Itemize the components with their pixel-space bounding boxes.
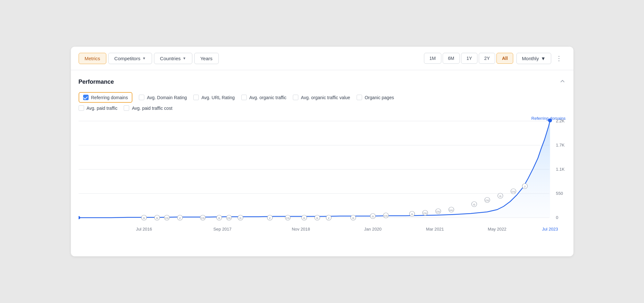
checkbox-label-avg-paid-traffic-cost: Avg. paid traffic cost <box>132 106 172 111</box>
marker-g4-label: G <box>239 217 241 220</box>
marker-52g-label: 52G <box>449 209 453 211</box>
y-label-11k: 1.1K <box>556 167 564 172</box>
checkbox-avg-organic-traffic[interactable]: Avg. organic traffic <box>241 95 286 100</box>
checkbox-box-avg-domain-rating <box>139 95 144 100</box>
checkbox-box-referring-domains <box>83 95 89 100</box>
checkbox-avg-paid-traffic[interactable]: Avg. paid traffic <box>79 105 118 111</box>
checkbox-organic-pages[interactable]: Organic pages <box>357 95 394 100</box>
x-label-jan2020: Jan 2020 <box>364 227 381 232</box>
chart-line <box>79 120 550 218</box>
dots-icon: ⋮ <box>556 55 562 62</box>
checkbox-avg-domain-rating[interactable]: Avg. Domain Rating <box>139 95 187 100</box>
checkbox-label-avg-url-rating: Avg. URL Rating <box>201 95 235 100</box>
marker-g5-label: G <box>303 217 305 220</box>
marker-cg3-label: CG <box>227 217 231 219</box>
chevron-up-icon <box>559 78 566 84</box>
checkbox-box-avg-organic-traffic-value <box>293 95 298 100</box>
more-options-button[interactable]: ⋮ <box>553 52 566 65</box>
marker-g6-label: G <box>316 217 318 220</box>
marker-2-4-label: 2 <box>524 185 525 188</box>
2y-filter[interactable]: 2Y <box>479 53 495 64</box>
years-tab[interactable]: Years <box>194 53 219 64</box>
checkbox-label-organic-pages: Organic pages <box>365 95 394 100</box>
metrics-label: Metrics <box>85 56 100 61</box>
y-label-0: 0 <box>556 215 558 220</box>
marker-cg1-label: CG <box>165 217 168 219</box>
checkbox-referring-domains[interactable]: Referring domains <box>79 92 132 103</box>
x-label-jul2023: Jul 2023 <box>542 227 558 232</box>
marker-cg8-label: CG <box>485 199 489 202</box>
metrics-tab[interactable]: Metrics <box>79 53 106 64</box>
collapse-button[interactable] <box>559 78 566 86</box>
marker-g3-label: G <box>218 217 220 220</box>
countries-chevron-icon: ▼ <box>183 56 186 60</box>
chart-datapoint <box>79 216 80 219</box>
6m-filter[interactable]: 6M <box>443 53 460 64</box>
checkbox-label-avg-organic-traffic-value: Avg. organic traffic value <box>301 95 350 100</box>
marker-2-1-label: 2 <box>179 217 181 220</box>
marker-2-2-label: 2 <box>269 217 271 220</box>
x-label-may2022: May 2022 <box>487 227 506 232</box>
section-title: Performance <box>79 79 114 85</box>
marker-cg4-label: CG <box>286 217 290 219</box>
checkbox-box-avg-organic-traffic <box>241 95 247 100</box>
checkboxes-row-1: Referring domains Avg. Domain Rating Avg… <box>79 92 566 103</box>
marker-g2-label: G <box>156 217 158 220</box>
y-label-17k: 1.7K <box>556 143 564 147</box>
years-label: Years <box>200 56 213 61</box>
chart-area-fill <box>79 120 550 218</box>
checkbox-box-avg-paid-traffic <box>79 105 84 111</box>
marker-cg2-label: CG <box>201 217 205 219</box>
chart-svg-wrapper: G G CG 2 CG G CG G <box>79 115 566 250</box>
monthly-button[interactable]: Monthly ▼ <box>516 53 551 64</box>
marker-g7-label: G <box>352 217 354 220</box>
checkbox-label-referring-domains: Referring domains <box>91 95 128 100</box>
nav-left: Metrics Competitors ▼ Countries ▼ Years <box>79 53 219 64</box>
chart-wrapper: Referring domains <box>79 115 566 256</box>
main-container: Metrics Competitors ▼ Countries ▼ Years … <box>71 47 573 256</box>
marker-cg6-label: CG <box>423 212 427 214</box>
checkbox-box-organic-pages <box>357 95 362 100</box>
checkbox-box-avg-url-rating <box>193 95 199 100</box>
marker-2-3-label: 2 <box>328 217 330 220</box>
nav-right: 1M 6M 1Y 2Y All Monthly ▼ ⋮ <box>424 52 565 65</box>
x-label-jul2016: Jul 2016 <box>136 227 152 232</box>
marker-cg7-label: CG <box>436 211 440 213</box>
performance-section: Performance Referring domains Avg. Domai… <box>71 70 573 256</box>
checkbox-label-avg-organic-traffic: Avg. organic traffic <box>249 95 286 100</box>
1y-filter[interactable]: 1Y <box>461 53 477 64</box>
chart-svg: G G CG 2 CG G CG G <box>79 115 566 237</box>
checkboxes-row-2: Avg. paid traffic Avg. paid traffic cost <box>79 105 566 111</box>
all-filter[interactable]: All <box>496 53 513 64</box>
competitors-label: Competitors <box>114 56 140 61</box>
checkbox-label-avg-domain-rating: Avg. Domain Rating <box>147 95 187 100</box>
competitors-chevron-icon: ▼ <box>142 56 146 60</box>
top-nav: Metrics Competitors ▼ Countries ▼ Years … <box>71 47 573 70</box>
x-label-sep2017: Sep 2017 <box>213 227 231 232</box>
checkbox-box-avg-paid-traffic-cost <box>124 105 129 111</box>
checkbox-avg-url-rating[interactable]: Avg. URL Rating <box>193 95 235 100</box>
monthly-label: Monthly <box>522 56 539 61</box>
section-header: Performance <box>79 78 566 86</box>
marker-g1-label: G <box>143 217 145 220</box>
competitors-tab[interactable]: Competitors ▼ <box>108 53 152 64</box>
marker-cg9-label: CG <box>512 191 515 193</box>
y-label-550: 550 <box>556 191 563 196</box>
marker-g10-label: G <box>473 203 475 206</box>
x-label-mar2021: Mar 2021 <box>426 227 444 232</box>
marker-cg5-label: CG <box>384 215 388 217</box>
chart-endpoint <box>548 118 552 122</box>
checkbox-avg-organic-traffic-value[interactable]: Avg. organic traffic value <box>293 95 350 100</box>
checkbox-label-avg-paid-traffic: Avg. paid traffic <box>87 106 118 111</box>
marker-g8-label: G <box>372 215 374 218</box>
y-label-22k: 2.2K <box>556 118 564 123</box>
countries-tab[interactable]: Countries ▼ <box>154 53 192 64</box>
checkbox-avg-paid-traffic-cost[interactable]: Avg. paid traffic cost <box>124 105 172 111</box>
marker-g11-label: G <box>499 195 501 198</box>
countries-label: Countries <box>160 56 181 61</box>
1m-filter[interactable]: 1M <box>424 53 441 64</box>
marker-g9-label: G <box>411 213 413 216</box>
monthly-chevron-icon: ▼ <box>541 56 546 61</box>
x-label-nov2018: Nov 2018 <box>292 227 310 232</box>
